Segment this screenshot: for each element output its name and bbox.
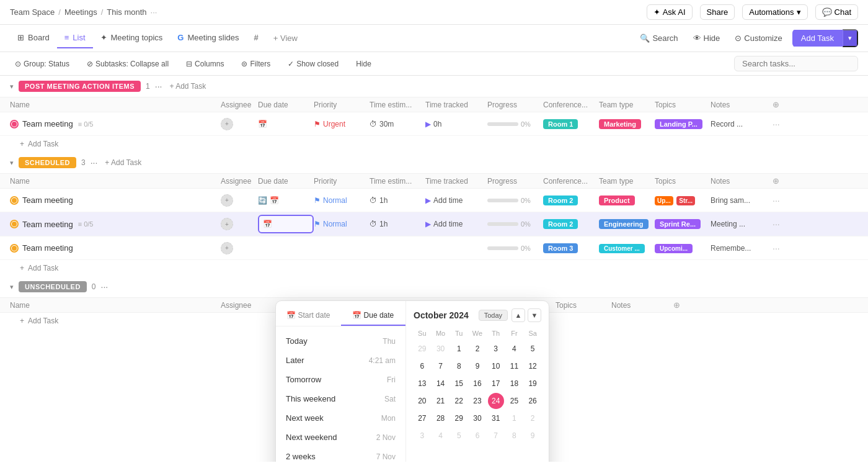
calendar-day-cell[interactable]: 13 [414, 375, 430, 392]
task-teamtype-cell[interactable]: Customer ... [599, 243, 655, 253]
task-name-label[interactable]: Team meeting [22, 220, 73, 229]
add-task-row-group1[interactable]: + Add Task [0, 136, 868, 152]
calendar-today-button[interactable]: Today [479, 310, 508, 321]
calendar-day-cell[interactable]: 23 [469, 393, 485, 409]
dp-option-2-weeks[interactable]: 2 weeks 7 Nov [276, 447, 405, 462]
calendar-day-cell[interactable]: 1 [506, 410, 522, 426]
calendar-day-cell[interactable]: 2 [525, 410, 541, 426]
task-more-button[interactable]: ··· [773, 119, 791, 129]
calendar-day-cell[interactable]: 1 [451, 341, 467, 357]
task-timeest-cell[interactable]: ⏱ 30m [370, 120, 425, 128]
assignee-avatar[interactable]: + [221, 242, 233, 254]
group-add-task-scheduled[interactable]: + Add Task [105, 158, 141, 167]
task-timetrack-cell[interactable]: ▶ Add time [425, 220, 487, 228]
task-more-button[interactable]: ··· [773, 196, 791, 205]
add-col-icon-1[interactable]: ⊕ [773, 100, 779, 109]
group-add-task-post-meeting[interactable]: + Add Task [169, 82, 206, 91]
task-status-dot-yellow[interactable] [10, 244, 19, 253]
search-button[interactable]: 🔍 Search [635, 31, 683, 45]
tab-meeting-topics[interactable]: ✦ Meeting topics [93, 28, 170, 48]
dp-option-this-weekend[interactable]: This weekend Sat [276, 389, 405, 408]
assignee-avatar[interactable]: + [221, 218, 233, 230]
task-conf-cell[interactable]: Room 1 [543, 119, 599, 129]
task-teamtype-cell[interactable]: Product [599, 196, 655, 205]
calendar-day-cell[interactable]: 31 [488, 410, 504, 426]
dp-option-next-weekend[interactable]: Next weekend 2 Nov [276, 428, 405, 447]
calendar-day-cell[interactable]: 28 [433, 410, 449, 426]
breadcrumb-section[interactable]: Meetings [64, 7, 97, 17]
add-col-icon-3[interactable]: ⊕ [673, 300, 680, 310]
task-duedate-cell-active[interactable]: 📅 [258, 215, 314, 233]
breadcrumb-workspace[interactable]: Team Space [10, 7, 55, 17]
task-priority-cell[interactable]: ⚑ Normal [314, 220, 370, 228]
task-conf-cell[interactable]: Room 3 [543, 243, 599, 253]
tab-board[interactable]: ⊞ Board [10, 28, 57, 48]
group-status-button[interactable]: ⊙ Group: Status [10, 58, 74, 70]
task-conf-cell[interactable]: Room 2 [543, 219, 599, 229]
dp-option-next-week[interactable]: Next week Mon [276, 408, 405, 428]
task-topics-cell[interactable]: Landing P... [655, 119, 711, 129]
calendar-day-cell[interactable]: 11 [506, 358, 522, 374]
calendar-day-cell[interactable]: 3 [488, 341, 504, 357]
tab-list[interactable]: ≡ List [57, 28, 93, 48]
calendar-day-cell[interactable]: 30 [433, 341, 449, 357]
calendar-day-cell[interactable]: 5 [451, 428, 467, 444]
tab-meeting-slides[interactable]: G Meeting slides [170, 28, 246, 48]
group-dots-unscheduled[interactable]: ··· [101, 282, 108, 292]
due-date-tab[interactable]: 📅 Due date [341, 306, 406, 326]
calendar-day-cell[interactable]: 12 [525, 358, 541, 374]
task-teamtype-cell[interactable]: Engineering [599, 219, 655, 229]
group-dots-post-meeting[interactable]: ··· [155, 81, 162, 91]
breadcrumb-dots[interactable]: ··· [151, 7, 157, 17]
tab-hashtag[interactable]: # [247, 28, 266, 48]
task-duedate-cell[interactable]: 🔄 📅 [258, 196, 314, 205]
start-date-tab[interactable]: 📅 Start date [276, 306, 341, 326]
calendar-day-cell[interactable]: 4 [433, 428, 449, 444]
calendar-day-cell[interactable]: 8 [451, 358, 467, 374]
task-more-button[interactable]: ··· [773, 219, 791, 229]
add-view-button[interactable]: + View [266, 29, 305, 48]
calendar-up-button[interactable]: ▲ [512, 308, 525, 322]
task-priority-cell[interactable]: ⚑ Normal [314, 196, 370, 205]
task-timetrack-cell[interactable]: ▶ Add time [425, 196, 487, 205]
assignee-avatar[interactable]: + [221, 194, 233, 207]
calendar-day-cell[interactable]: 10 [488, 358, 504, 374]
group-toggle-scheduled[interactable]: ▾ [10, 159, 14, 167]
task-topics-cell[interactable]: Up... Str... [655, 196, 711, 205]
calendar-day-cell[interactable]: 7 [488, 428, 504, 444]
calendar-day-cell[interactable]: 30 [469, 410, 485, 426]
hide-button[interactable]: 👁 Hide [688, 31, 725, 45]
calendar-day-cell[interactable]: 7 [433, 358, 449, 374]
calendar-day-cell[interactable]: 9 [469, 358, 485, 374]
breadcrumb-current[interactable]: This month [107, 7, 146, 17]
task-topics-cell[interactable]: Upcomi... [655, 243, 711, 253]
calendar-day-cell[interactable]: 9 [525, 428, 541, 444]
task-name-label[interactable]: Team meeting [22, 243, 73, 253]
calendar-day-cell[interactable]: 25 [506, 393, 522, 409]
calendar-day-cell[interactable]: 22 [451, 393, 467, 409]
calendar-day-cell[interactable]: 21 [433, 393, 449, 409]
calendar-down-button[interactable]: ▼ [528, 308, 541, 322]
calendar-day-cell[interactable]: 5 [525, 341, 541, 357]
dp-option-today[interactable]: Today Thu [276, 331, 405, 351]
task-timetrack-cell[interactable]: ▶ 0h [425, 120, 487, 128]
calendar-day-cell[interactable]: 8 [506, 428, 522, 444]
calendar-day-cell[interactable]: 20 [414, 393, 430, 409]
calendar-day-cell[interactable]: 29 [414, 341, 430, 357]
calendar-day-cell[interactable]: 4 [506, 341, 522, 357]
calendar-day-cell[interactable]: 17 [488, 375, 504, 392]
calendar-day-cell[interactable]: 27 [414, 410, 430, 426]
calendar-day-cell[interactable]: 18 [506, 375, 522, 392]
task-status-dot-pink[interactable] [10, 120, 19, 128]
task-timeest-cell[interactable]: ⏱ 1h [370, 196, 425, 205]
chat-button[interactable]: 💬 Chat [815, 4, 858, 20]
dp-option-tomorrow[interactable]: Tomorrow Fri [276, 370, 405, 389]
task-status-dot-yellow[interactable] [10, 220, 19, 228]
automations-button[interactable]: Automations ▾ [742, 4, 807, 20]
share-button[interactable]: Share [700, 4, 735, 20]
add-task-dropdown-button[interactable]: ▾ [843, 29, 858, 47]
group-toggle-unscheduled[interactable]: ▾ [10, 283, 14, 291]
subtasks-button[interactable]: ⊘ Subtasks: Collapse all [82, 58, 174, 70]
add-task-main-button[interactable]: Add Task [792, 30, 843, 47]
calendar-day-cell[interactable]: 2 [469, 341, 485, 357]
